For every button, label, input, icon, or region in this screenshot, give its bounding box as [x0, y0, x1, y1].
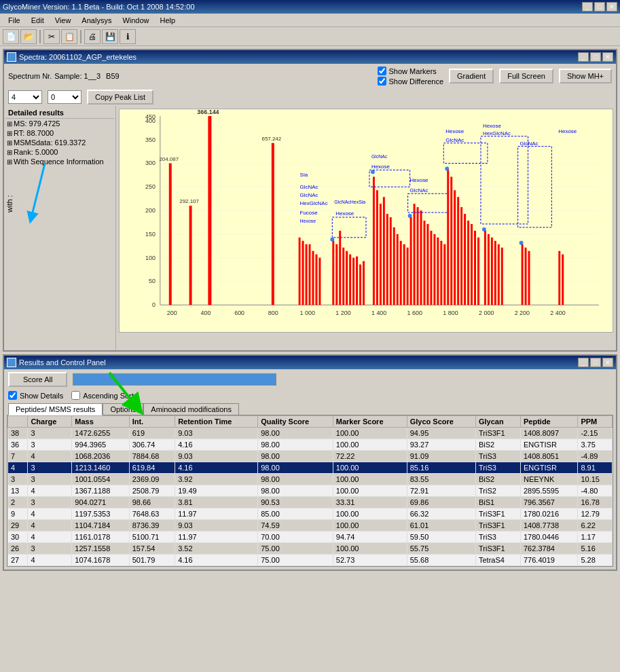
table-cell-3: 7884.68	[129, 451, 175, 462]
table-cell-3: 2508.79	[129, 485, 175, 497]
tree-expand-msms[interactable]: ⊞	[7, 139, 12, 147]
print-button[interactable]: 🖨	[84, 29, 101, 44]
table-row[interactable]: 2631257.1558157.543.5275.00100.0055.75Tr…	[8, 543, 613, 555]
table-cell-7: 83.55	[407, 474, 475, 485]
tree-expand-rank[interactable]: ⊞	[7, 149, 12, 156]
table-cell-0: 13	[8, 485, 28, 497]
svg-text:150: 150	[145, 231, 156, 238]
spectra-title: Spectra: 20061102_AGP_ertekeles	[19, 53, 136, 61]
maximize-button[interactable]: □	[594, 2, 605, 12]
copy-button[interactable]: 📋	[61, 29, 77, 44]
progress-bar	[73, 373, 276, 386]
spectra-maximize-button[interactable]: □	[590, 52, 601, 62]
results-title: Results and Control Panel	[19, 358, 106, 367]
table-cell-0: 38	[8, 428, 28, 439]
new-button[interactable]: 📄	[3, 29, 19, 44]
spectra-titlebar-title: Spectra: 20061102_AGP_ertekeles	[7, 52, 136, 62]
tree-label-with: With Sequence Information	[14, 157, 104, 166]
menu-file[interactable]: File	[3, 15, 26, 26]
table-row[interactable]: 941197.53537648.6311.9785.00100.0066.32T…	[8, 508, 613, 520]
menu-edit[interactable]: Edit	[26, 15, 50, 26]
tree-expand-with[interactable]: ⊞	[7, 158, 12, 166]
table-cell-4: 4.16	[175, 555, 258, 566]
table-row[interactable]: 2741074.1678501.794.1675.0052.7355.68Tet…	[8, 555, 613, 566]
table-cell-9: 776.4019	[521, 555, 578, 566]
tree-expand-rt[interactable]: ⊞	[7, 130, 12, 137]
table-row[interactable]: 431213.1460619.844.1698.00100.0085.16Tri…	[8, 462, 613, 474]
tab-aminoacid[interactable]: Aminoacid modifications	[143, 403, 239, 415]
svg-rect-122	[299, 238, 301, 305]
full-screen-button[interactable]: Full Screen	[499, 69, 553, 83]
tree-expand-ms[interactable]: ⊞	[7, 120, 12, 128]
table-cell-6: 100.00	[333, 462, 407, 474]
info-button[interactable]: ℹ	[120, 29, 136, 44]
svg-rect-48	[335, 244, 338, 305]
results-minimize-button[interactable]: _	[578, 358, 589, 367]
table-cell-10: -2.15	[578, 428, 613, 439]
results-maximize-button[interactable]: □	[590, 358, 601, 367]
col-rt: Retention Time	[175, 416, 258, 428]
show-details-checkbox[interactable]	[8, 391, 17, 400]
table-cell-9: 2895.5595	[521, 485, 578, 497]
table-row[interactable]: 2941104.71848736.399.0374.59100.0061.01T…	[8, 520, 613, 531]
close-button[interactable]: ✕	[606, 2, 617, 12]
b59-group: B59	[106, 72, 120, 80]
spectrum-select-1[interactable]: 4	[8, 90, 42, 104]
spectra-minimize-button[interactable]: _	[578, 52, 589, 62]
svg-text:292.107: 292.107	[179, 198, 199, 204]
show-markers-row: Show Markers	[378, 67, 444, 75]
table-cell-5: 74.59	[258, 520, 333, 531]
table-cell-5: 98.00	[258, 485, 333, 497]
table-cell-3: 8736.39	[129, 520, 175, 531]
svg-text:350: 350	[145, 136, 156, 143]
menu-view[interactable]: View	[50, 15, 77, 26]
col-gs: Glyco Score	[407, 416, 475, 428]
table-row[interactable]: 363994.3965306.744.1698.00100.0093.27BiS…	[8, 439, 613, 451]
open-button[interactable]: 📂	[20, 29, 37, 44]
menu-analysys[interactable]: Analysys	[76, 15, 117, 26]
export-button[interactable]: 💾	[102, 29, 118, 44]
copy-peak-list-button[interactable]: Copy Peak List	[87, 90, 153, 105]
svg-text:GlcNAc: GlcNAc	[520, 141, 539, 147]
show-mhplus-button[interactable]: Show MH+	[559, 69, 612, 83]
show-difference-checkbox[interactable]	[378, 77, 386, 86]
tab-peptides-msms[interactable]: Peptides/ MSMS results	[8, 403, 103, 415]
table-cell-4: 9.03	[175, 428, 258, 439]
table-cell-4: 9.03	[175, 451, 258, 462]
svg-rect-63	[390, 217, 392, 305]
table-cell-7: 85.16	[407, 462, 475, 474]
gradient-button[interactable]: Gradient	[449, 69, 494, 83]
table-row[interactable]: 23904.027198.663.8190.5333.3169.86BiS179…	[8, 497, 613, 508]
menu-help[interactable]: Help	[155, 15, 181, 26]
table-cell-8: TriS3F1	[475, 508, 520, 520]
table-row[interactable]: 331001.05542369.093.9298.00100.0083.55Bi…	[8, 474, 613, 485]
svg-rect-44	[318, 258, 321, 305]
cut-button[interactable]: ✂	[43, 29, 60, 44]
table-row[interactable]: 3041161.01785100.7111.9770.0094.7459.50T…	[8, 531, 613, 543]
table-row[interactable]: 1341367.11882508.7919.4998.00100.0072.91…	[8, 485, 613, 497]
table-cell-6: 100.00	[333, 439, 407, 451]
svg-text:HexGlcNAc: HexGlcNAc	[300, 200, 328, 206]
svg-rect-87	[450, 176, 452, 305]
ascending-sort-checkbox[interactable]	[71, 391, 80, 400]
svg-point-126	[371, 170, 375, 174]
score-all-button[interactable]: Score All	[8, 372, 67, 387]
show-markers-checkbox[interactable]	[378, 67, 386, 75]
svg-rect-74	[417, 207, 419, 305]
svg-rect-92	[467, 221, 469, 305]
app-title: GlycoMiner Version: 1.1 Beta - Build: Oc…	[3, 3, 195, 11]
svg-rect-105	[481, 136, 528, 224]
table-row[interactable]: 3831472.62556199.0398.00100.0094.95TriS3…	[8, 428, 613, 439]
results-close-button[interactable]: ✕	[602, 358, 613, 367]
spectrum-select-2[interactable]: 0	[48, 90, 81, 104]
minimize-button[interactable]: _	[582, 2, 593, 12]
table-cell-10: 8.91	[578, 462, 613, 474]
table-row[interactable]: 741068.20367884.689.0398.0072.2291.09Tri…	[8, 451, 613, 462]
menu-window[interactable]: Window	[117, 15, 154, 26]
spectra-close-button[interactable]: ✕	[602, 52, 613, 62]
svg-point-128	[445, 166, 449, 170]
tab-options[interactable]: Options	[103, 403, 143, 415]
table-cell-4: 3.92	[175, 474, 258, 485]
table-cell-9: ENGTISR	[521, 462, 578, 474]
table-cell-3: 7648.63	[129, 508, 175, 520]
